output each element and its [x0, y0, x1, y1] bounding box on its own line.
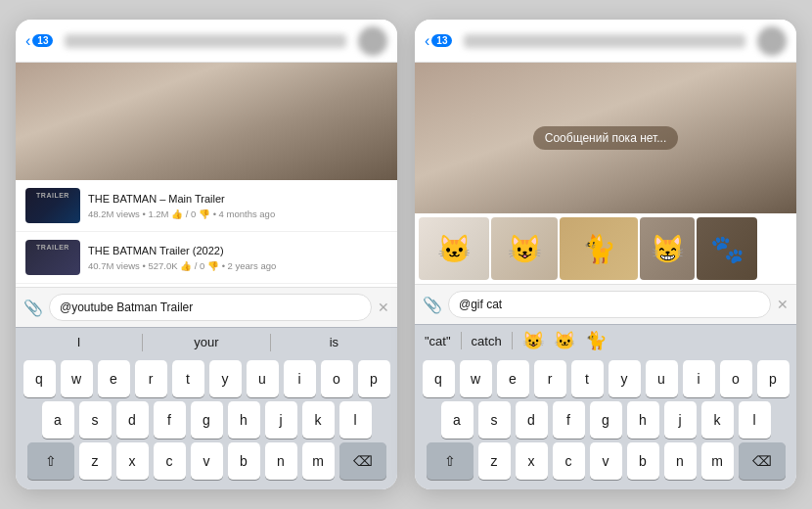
right-avatar	[757, 26, 787, 56]
key-r[interactable]: r	[135, 360, 167, 397]
result-meta-2: 40.7M views • 527.0K 👍 / 0 👎 • 2 years a…	[88, 260, 387, 271]
back-chevron-icon: ‹	[25, 32, 30, 50]
key-l[interactable]: l	[339, 401, 372, 439]
clear-icon[interactable]: ✕	[378, 300, 389, 315]
right-key-shift[interactable]: ⇧	[427, 442, 474, 480]
key-q[interactable]: q	[23, 360, 56, 397]
key-o[interactable]: o	[321, 360, 353, 397]
right-key-m[interactable]: m	[701, 442, 734, 480]
key-m[interactable]: m	[302, 442, 335, 480]
key-j[interactable]: j	[265, 401, 297, 439]
key-a[interactable]: a	[42, 401, 74, 439]
right-back-button[interactable]: ‹ 13	[425, 32, 452, 50]
key-b[interactable]: b	[228, 442, 260, 480]
gif-item-2[interactable]: 😺	[491, 217, 558, 280]
right-key-l[interactable]: l	[739, 401, 771, 439]
key-c[interactable]: c	[154, 442, 186, 480]
key-h[interactable]: h	[228, 401, 260, 439]
emoji-suggestion-bar: "cat" catch 😺 🐱 🐈	[415, 324, 796, 356]
right-key-i[interactable]: i	[683, 360, 715, 397]
right-key-row-1: q w e r t y u i o p	[417, 360, 794, 397]
gif-item-1[interactable]: 🐱	[419, 217, 489, 280]
key-n[interactable]: n	[265, 442, 297, 480]
right-key-h[interactable]: h	[627, 401, 659, 439]
result-item-2[interactable]: TRAILER THE BATMAN Trailer (2022) 40.7M …	[16, 232, 397, 284]
result-item-1[interactable]: TRAILER THE BATMAN – Main Trailer 48.2M …	[16, 180, 397, 232]
emoji-text-suggestion[interactable]: "cat"	[425, 334, 451, 348]
header-title	[65, 34, 346, 48]
right-key-u[interactable]: u	[646, 360, 678, 397]
right-key-a[interactable]: a	[441, 401, 474, 439]
autocorrect-word-2[interactable]: your	[143, 333, 269, 351]
key-u[interactable]: u	[247, 360, 279, 397]
result-thumb-2: TRAILER	[25, 240, 80, 275]
gif-item-4[interactable]: 😸	[640, 217, 695, 280]
key-s[interactable]: s	[79, 401, 112, 439]
key-p[interactable]: p	[358, 360, 390, 397]
right-attach-icon[interactable]: 📎	[423, 296, 442, 314]
gif-item-5[interactable]: 🐾	[697, 217, 757, 280]
autocorrect-word-1[interactable]: I	[16, 333, 142, 351]
right-key-r[interactable]: r	[534, 360, 566, 397]
key-d[interactable]: d	[116, 401, 149, 439]
key-v[interactable]: v	[191, 442, 223, 480]
autocorrect-bar: I your is	[16, 327, 397, 356]
result-info-1: THE BATMAN – Main Trailer 48.2M views • …	[88, 192, 387, 218]
right-key-t[interactable]: t	[571, 360, 604, 397]
right-key-z[interactable]: z	[478, 442, 511, 480]
key-f[interactable]: f	[154, 401, 186, 439]
emoji-icon-3[interactable]: 🐈	[585, 330, 607, 351]
key-backspace[interactable]: ⌫	[339, 442, 386, 480]
key-t[interactable]: t	[172, 360, 204, 397]
video-preview	[16, 63, 397, 180]
left-search-input[interactable]	[49, 294, 372, 321]
right-key-c[interactable]: c	[553, 442, 585, 480]
right-key-p[interactable]: p	[757, 360, 789, 397]
autocorrect-word-3[interactable]: is	[271, 333, 397, 351]
right-key-k[interactable]: k	[701, 401, 734, 439]
right-key-b[interactable]: b	[627, 442, 659, 480]
right-key-y[interactable]: y	[609, 360, 641, 397]
left-header: ‹ 13	[16, 20, 397, 63]
back-button[interactable]: ‹ 13	[25, 32, 53, 50]
right-search-input[interactable]	[448, 291, 771, 318]
gif-item-3[interactable]: 🐈	[560, 217, 638, 280]
left-input-bar: 📎 ✕	[16, 287, 397, 327]
emoji-icon-1[interactable]: 😺	[522, 330, 544, 351]
right-key-g[interactable]: g	[590, 401, 622, 439]
key-e[interactable]: e	[98, 360, 130, 397]
gif-results-strip[interactable]: 🐱 😺 🐈 😸 🐾	[415, 213, 796, 284]
key-i[interactable]: i	[284, 360, 316, 397]
right-key-w[interactable]: w	[460, 360, 492, 397]
right-key-d[interactable]: d	[516, 401, 548, 439]
right-key-n[interactable]: n	[664, 442, 697, 480]
attach-icon[interactable]: 📎	[23, 299, 43, 317]
right-key-j[interactable]: j	[664, 401, 697, 439]
key-k[interactable]: k	[302, 401, 335, 439]
right-key-backspace[interactable]: ⌫	[739, 442, 786, 480]
right-key-s[interactable]: s	[478, 401, 511, 439]
key-g[interactable]: g	[191, 401, 223, 439]
right-key-x[interactable]: x	[516, 442, 548, 480]
result-title-2: THE BATMAN Trailer (2022)	[88, 244, 387, 257]
right-header-title	[464, 34, 745, 48]
key-x[interactable]: x	[116, 442, 149, 480]
result-info-2: THE BATMAN Trailer (2022) 40.7M views • …	[88, 244, 387, 270]
right-key-v[interactable]: v	[590, 442, 622, 480]
key-w[interactable]: w	[61, 360, 93, 397]
emoji-catch-label[interactable]: catch	[472, 334, 502, 348]
avatar	[358, 26, 387, 56]
emoji-divider-2	[512, 332, 513, 349]
right-key-e[interactable]: e	[497, 360, 529, 397]
video-blur-overlay	[16, 63, 397, 180]
no-messages-label: Сообщений пока нет...	[533, 126, 678, 150]
right-key-f[interactable]: f	[553, 401, 585, 439]
right-clear-icon[interactable]: ✕	[777, 297, 789, 312]
right-key-q[interactable]: q	[423, 360, 455, 397]
emoji-divider-1	[461, 332, 462, 349]
key-z[interactable]: z	[79, 442, 112, 480]
key-y[interactable]: y	[209, 360, 242, 397]
right-key-o[interactable]: o	[720, 360, 752, 397]
key-shift[interactable]: ⇧	[27, 442, 74, 480]
emoji-icon-2[interactable]: 🐱	[554, 330, 575, 351]
